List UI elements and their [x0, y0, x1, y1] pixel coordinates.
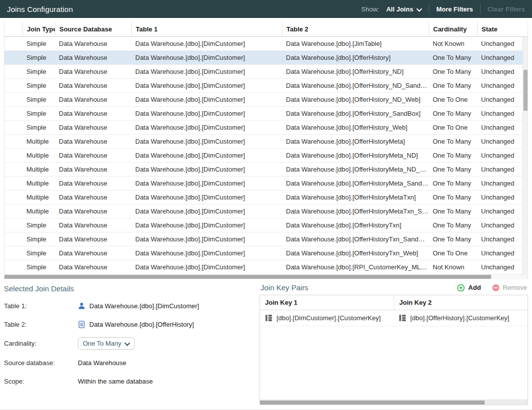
- cell-t1: Data Warehouse.[dbo].[DimCustomer]: [131, 207, 282, 215]
- cell-t1: Data Warehouse.[dbo].[DimCustomer]: [131, 54, 282, 61]
- cell-state: Unchanged: [477, 40, 523, 47]
- table-row[interactable]: MultipleData WarehouseData Warehouse.[db…: [4, 191, 523, 205]
- column-header-cardinality[interactable]: Cardinality: [429, 22, 477, 36]
- add-key-pair-button[interactable]: Add: [457, 284, 481, 291]
- field-label: Table 1:: [4, 302, 78, 310]
- cell-state: Unchanged: [477, 235, 523, 243]
- cell-card: One To Many: [429, 54, 477, 61]
- cell-t1: Data Warehouse.[dbo].[DimCustomer]: [131, 82, 282, 89]
- cell-state: Unchanged: [477, 110, 523, 117]
- vertical-scrollbar[interactable]: [523, 37, 528, 274]
- cell-t2: Data Warehouse.[dbo].[OfferHistory_ND_Sa…: [282, 82, 429, 89]
- table-row[interactable]: MultipleData WarehouseData Warehouse.[db…: [4, 149, 523, 163]
- table-row[interactable]: MultipleData WarehouseData Warehouse.[db…: [4, 205, 523, 218]
- key-cell: [dbo].[DimCustomer].[CustomerKey]: [260, 314, 394, 322]
- table-row[interactable]: SimpleData WarehouseData Warehouse.[dbo]…: [4, 51, 523, 65]
- cell-state: Unchanged: [477, 194, 523, 201]
- table-row[interactable]: SimpleData WarehouseData Warehouse.[dbo]…: [4, 260, 523, 274]
- column-header-source-database[interactable]: Source Database: [55, 22, 131, 36]
- cell-card: Not Known: [429, 40, 477, 47]
- cell-t1: Data Warehouse.[dbo].[DimCustomer]: [131, 235, 282, 243]
- more-filters-button[interactable]: More Filters: [436, 5, 473, 13]
- column-header-join-type[interactable]: Join Type: [22, 22, 55, 36]
- cell-t1: Data Warehouse.[dbo].[DimCustomer]: [131, 40, 282, 47]
- cell-t2: Data Warehouse.[dbo].[OfferHistory_ND]: [282, 68, 429, 75]
- table-row[interactable]: SimpleData WarehouseData Warehouse.[dbo]…: [4, 79, 523, 93]
- table-row[interactable]: SimpleData WarehouseData Warehouse.[dbo]…: [4, 246, 523, 260]
- table-row[interactable]: SimpleData WarehouseData Warehouse.[dbo]…: [4, 218, 523, 232]
- cell-sd: Data Warehouse: [55, 138, 131, 145]
- column-header-gutter: [4, 22, 22, 36]
- key-column-icon: [265, 314, 272, 322]
- cell-sd: Data Warehouse: [55, 180, 131, 187]
- show-joins-value: All Joins: [386, 5, 413, 13]
- detail-field-scope: Scope: Within the same database: [4, 376, 254, 387]
- cell-jt: Multiple: [22, 138, 55, 145]
- join-key-pairs-empty-area: [260, 326, 528, 400]
- field-label: Source database:: [4, 359, 78, 367]
- column-header-table-1[interactable]: Table 1: [131, 22, 282, 36]
- column-header-state[interactable]: State: [477, 22, 523, 36]
- table-row[interactable]: SimpleData WarehouseData Warehouse.[dbo]…: [4, 232, 523, 246]
- remove-key-pair-button[interactable]: Remove: [492, 284, 527, 291]
- cell-state: Unchanged: [477, 263, 523, 271]
- key-pair-row[interactable]: [dbo].[DimCustomer].[CustomerKey] [dbo].…: [260, 310, 528, 326]
- title-bar: Joins Configuration Show: All Joins More…: [0, 0, 532, 18]
- table-row[interactable]: SimpleData WarehouseData Warehouse.[dbo]…: [4, 65, 523, 79]
- cell-sd: Data Warehouse: [55, 54, 131, 61]
- field-value: Data Warehouse.[dbo].[DimCustomer]: [78, 302, 199, 310]
- table-row[interactable]: SimpleData WarehouseData Warehouse.[dbo]…: [4, 93, 523, 107]
- column-header-join-key-1[interactable]: Join Key 1: [260, 299, 394, 306]
- horizontal-scrollbar-thumb[interactable]: [4, 275, 491, 279]
- cell-sd: Data Warehouse: [55, 263, 131, 271]
- join-key-pairs-panel: Join Key Pairs Add: [260, 283, 528, 405]
- cell-t2: Data Warehouse.[dbo].[OfferHistoryMeta_S…: [282, 180, 429, 187]
- table-1-value: Data Warehouse.[dbo].[DimCustomer]: [89, 302, 199, 310]
- show-label: Show:: [361, 5, 379, 13]
- cell-card: One To Many: [429, 180, 477, 187]
- cell-jt: Simple: [22, 221, 55, 229]
- cell-sd: Data Warehouse: [55, 82, 131, 89]
- cell-state: Unchanged: [477, 221, 523, 229]
- table-row[interactable]: SimpleData WarehouseData Warehouse.[dbo]…: [4, 107, 523, 121]
- table-row[interactable]: SimpleData WarehouseData Warehouse.[dbo]…: [4, 37, 523, 51]
- table-row[interactable]: SimpleData WarehouseData Warehouse.[dbo]…: [4, 121, 523, 135]
- cell-state: Unchanged: [477, 180, 523, 187]
- cell-t2: Data Warehouse.[dbo].[JimTable]: [282, 40, 429, 47]
- cell-state: Unchanged: [477, 96, 523, 103]
- cell-state: Unchanged: [477, 82, 523, 89]
- keys-horizontal-scrollbar[interactable]: [260, 400, 528, 405]
- key-value: [dbo].[OfferHistory].[CustomerKey]: [410, 314, 509, 322]
- cell-t1: Data Warehouse.[dbo].[DimCustomer]: [131, 263, 282, 271]
- column-header-join-key-2[interactable]: Join Key 2: [394, 295, 528, 310]
- keys-horizontal-scrollbar-thumb[interactable]: [260, 401, 485, 405]
- cell-card: One To Many: [429, 235, 477, 243]
- cell-t2: Data Warehouse.[dbo].[OfferHistoryMetaTx…: [282, 207, 429, 215]
- cell-t1: Data Warehouse.[dbo].[DimCustomer]: [131, 96, 282, 103]
- cell-jt: Simple: [22, 235, 55, 243]
- keys-panel-title: Join Key Pairs: [261, 283, 308, 292]
- cell-card: One To Many: [429, 194, 477, 201]
- detail-field-source-database: Source database: Data Warehouse: [4, 357, 254, 368]
- cell-t1: Data Warehouse.[dbo].[DimCustomer]: [131, 166, 282, 173]
- cell-t2: Data Warehouse.[dbo].[OfferHistoryMeta_N…: [282, 166, 429, 173]
- cell-jt: Simple: [22, 54, 55, 61]
- join-key-pairs-table: Join Key 1 Join Key 2 [dbo].[DimCustomer…: [260, 295, 528, 405]
- clear-filters-button[interactable]: Clear Filters: [488, 5, 525, 13]
- table-row[interactable]: MultipleData WarehouseData Warehouse.[db…: [4, 163, 523, 177]
- cell-jt: Simple: [22, 96, 55, 103]
- show-joins-dropdown[interactable]: All Joins: [386, 5, 422, 13]
- table-row[interactable]: MultipleData WarehouseData Warehouse.[db…: [4, 135, 523, 149]
- horizontal-scrollbar[interactable]: [4, 274, 528, 279]
- column-header-table-2[interactable]: Table 2: [282, 22, 429, 36]
- cardinality-dropdown[interactable]: One To Many: [78, 337, 135, 350]
- table-row[interactable]: MultipleData WarehouseData Warehouse.[db…: [4, 177, 523, 191]
- cell-t2: Data Warehouse.[dbo].[OfferHistory]: [282, 54, 429, 61]
- cell-jt: Multiple: [22, 166, 55, 173]
- cell-sd: Data Warehouse: [55, 124, 131, 131]
- cell-card: One To Many: [429, 68, 477, 75]
- cell-t2: Data Warehouse.[dbo].[OfferHistory_SandB…: [282, 110, 429, 117]
- vertical-scrollbar-thumb[interactable]: [524, 70, 528, 111]
- cell-sd: Data Warehouse: [55, 152, 131, 159]
- document-icon: [78, 321, 85, 328]
